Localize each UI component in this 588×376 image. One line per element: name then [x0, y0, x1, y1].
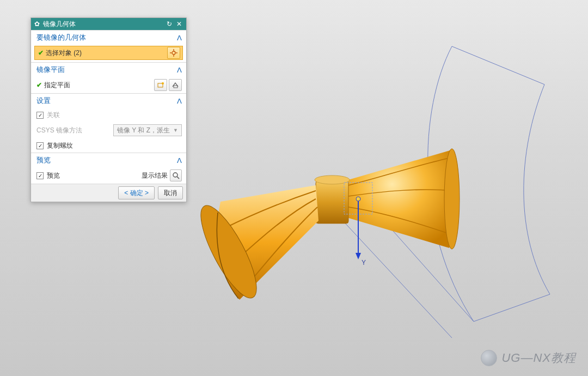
dialog-footer: < 确定 > 取消	[31, 184, 186, 202]
checkbox-preview[interactable]: ✓	[36, 172, 44, 179]
associative-checkbox-row: ✓ 关联	[31, 108, 186, 122]
close-button[interactable]: ✕	[174, 20, 184, 28]
target-selector-icon[interactable]	[167, 47, 180, 59]
section-header-preview[interactable]: 预览 ᐱ	[31, 153, 186, 167]
gear-icon: ✿	[33, 20, 41, 28]
plane-picker-button[interactable]	[169, 79, 182, 91]
specify-plane-row: ✔ 指定平面	[31, 77, 186, 93]
svg-point-8	[172, 51, 175, 54]
csys-method-row: CSYS 镜像方法 镜像 Y 和 Z，派生 ▼	[31, 122, 186, 138]
svg-point-0	[444, 149, 460, 249]
check-icon: ✔	[36, 81, 42, 89]
checkbox-assoc: ✓	[36, 112, 44, 119]
select-object-row[interactable]: ✔ 选择对象 (2)	[34, 46, 183, 60]
chevron-up-icon: ᐱ	[177, 66, 182, 74]
svg-point-7	[356, 197, 360, 201]
section-header-settings[interactable]: 设置 ᐱ	[31, 93, 186, 108]
ok-button[interactable]: < 确定 >	[118, 186, 155, 199]
preview-row: ✓ 预览 显示结果	[31, 167, 186, 184]
refresh-button[interactable]: ↻	[164, 20, 174, 28]
chevron-up-icon: ᐱ	[177, 34, 182, 42]
show-result-button[interactable]	[170, 169, 182, 181]
chevron-up-icon: ᐱ	[177, 156, 182, 165]
watermark: UG—NX教程	[481, 350, 576, 366]
chevron-down-icon: ▼	[173, 128, 178, 133]
svg-rect-15	[174, 86, 177, 88]
model-left-cone	[191, 185, 318, 305]
dialog-titlebar[interactable]: ✿ 镜像几何体 ↻ ✕	[31, 18, 186, 30]
chevron-up-icon: ᐱ	[177, 97, 182, 105]
section-header-plane[interactable]: 镜像平面 ᐱ	[31, 62, 186, 77]
dialog-title: 镜像几何体	[41, 20, 164, 29]
copy-thread-row[interactable]: ✓ 复制螺纹	[31, 138, 186, 153]
model-right-cone	[348, 149, 460, 249]
axis-label-y: Y	[362, 259, 366, 266]
svg-rect-1	[316, 181, 348, 223]
check-icon: ✔	[38, 49, 44, 57]
section-header-geometry[interactable]: 要镜像的几何体 ᐱ	[31, 30, 186, 45]
svg-point-2	[315, 175, 350, 184]
watermark-icon	[481, 350, 497, 366]
csys-method-select: 镜像 Y 和 Z，派生 ▼	[113, 124, 182, 136]
checkbox-copy-thread[interactable]: ✓	[36, 142, 44, 149]
svg-line-17	[177, 177, 179, 179]
plane-dialog-button[interactable]	[154, 79, 167, 91]
svg-point-16	[173, 173, 177, 177]
svg-point-14	[162, 82, 164, 84]
svg-marker-6	[356, 253, 361, 259]
mirror-geometry-dialog: ✿ 镜像几何体 ↻ ✕ 要镜像的几何体 ᐱ ✔ 选择对象 (2) 镜像平面 ᐱ …	[30, 17, 187, 202]
cancel-button[interactable]: 取消	[158, 186, 183, 199]
watermark-text: UG—NX教程	[501, 350, 576, 366]
